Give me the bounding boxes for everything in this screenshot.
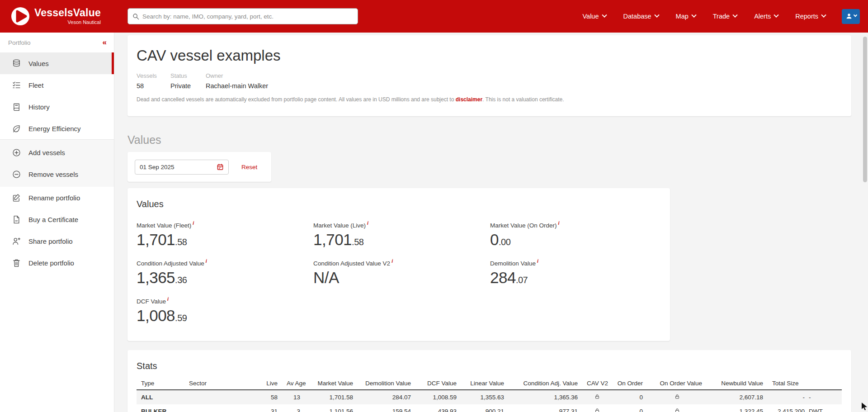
trash-icon xyxy=(12,258,21,268)
valuation-date-input[interactable] xyxy=(140,164,203,170)
main-content: CAV vessel examples Vessels 58 Status Pr… xyxy=(127,33,851,412)
meta-vessels: Vessels 58 xyxy=(137,72,170,90)
metric-market-value-on-order: Market Value (On Order)i 0.00 xyxy=(490,220,667,251)
lock-icon xyxy=(675,408,680,412)
meta-status: Status Private xyxy=(170,72,206,90)
info-icon[interactable]: i xyxy=(558,220,560,226)
portfolio-header-card: CAV vessel examples Vessels 58 Status Pr… xyxy=(127,35,851,116)
sidebar-item-label: Rename portfolio xyxy=(28,194,80,202)
stats-table: Type Sector Live Av Age Market Value Dem… xyxy=(137,377,842,412)
sidebar-title: Portfolio xyxy=(8,39,31,46)
chevron-down-icon xyxy=(821,13,826,18)
edit-icon xyxy=(12,193,21,203)
certificate-icon xyxy=(12,215,21,224)
sidebar-item-delete-portfolio[interactable]: Delete portfolio xyxy=(0,252,114,274)
sidebar-item-label: Share portfolio xyxy=(28,237,73,245)
minus-circle-icon xyxy=(12,170,21,179)
person-plus-icon xyxy=(12,237,21,246)
sidebar-item-history[interactable]: History xyxy=(0,96,114,118)
disclaimer-link[interactable]: disclaimer xyxy=(456,96,482,103)
metric-market-value-fleet: Market Value (Fleet)i 1,701.58 xyxy=(137,220,313,251)
values-filter-card: Reset xyxy=(127,152,271,182)
sidebar-item-add-vessels[interactable]: Add vessels xyxy=(0,142,114,163)
reset-button[interactable]: Reset xyxy=(241,164,257,170)
global-search xyxy=(127,8,358,24)
page-scrollbar-thumb[interactable] xyxy=(863,37,867,182)
collapse-sidebar-icon[interactable]: « xyxy=(103,38,107,47)
page-title: CAV vessel examples xyxy=(137,46,842,65)
values-summary-card: Values Market Value (Fleet)i 1,701.58 Ma… xyxy=(127,188,670,341)
metric-demolition-value: Demolition Valuei 284.07 xyxy=(490,258,667,289)
leaf-icon xyxy=(12,124,21,133)
chevron-down-icon xyxy=(602,13,607,18)
sidebar-item-label: Energy Efficiency xyxy=(28,125,81,133)
sidebar-item-label: Buy a Certificate xyxy=(28,216,78,223)
info-icon[interactable]: i xyxy=(537,258,538,264)
chevron-down-icon xyxy=(774,13,779,18)
table-row-all[interactable]: ALL 58 13 1,701.58 284.07 1,008.59 1,355… xyxy=(137,390,842,404)
info-icon[interactable]: i xyxy=(193,220,194,226)
checklist-icon xyxy=(12,81,21,90)
info-icon[interactable]: i xyxy=(367,220,368,226)
chevron-down-icon xyxy=(654,13,659,18)
chevron-down-icon xyxy=(732,13,737,18)
valuation-date-field[interactable] xyxy=(135,160,229,175)
disclaimer-text: Dead and cancelled vessels are automatic… xyxy=(137,96,842,103)
metric-dcf-value: DCF Valuei 1,008.59 xyxy=(137,296,313,327)
stats-heading: Stats xyxy=(137,361,842,371)
lock-icon xyxy=(594,408,600,412)
sidebar-item-buy-certificate[interactable]: Buy a Certificate xyxy=(0,208,114,230)
stats-header-row: Type Sector Live Av Age Market Value Dem… xyxy=(137,377,842,390)
values-card-heading: Values xyxy=(137,199,661,209)
person-icon xyxy=(845,13,853,20)
search-icon xyxy=(132,13,139,20)
nav-value[interactable]: Value xyxy=(582,13,606,20)
lock-icon xyxy=(594,394,600,401)
sidebar-item-label: Fleet xyxy=(28,81,43,89)
sidebar-item-energy-efficiency[interactable]: Energy Efficiency xyxy=(0,118,114,139)
mouse-cursor xyxy=(861,403,868,412)
coins-icon xyxy=(12,59,21,68)
table-row-bulker[interactable]: BULKER 31 3 1,101.56 159.54 439.93 900.2… xyxy=(137,404,842,412)
sidebar-item-label: Values xyxy=(28,60,49,67)
portfolio-sidebar: Portfolio « Values Fleet History Energy … xyxy=(0,33,114,412)
calendar-icon[interactable] xyxy=(217,163,224,170)
sidebar-item-label: Add vessels xyxy=(28,149,65,156)
metric-condition-adjusted-value: Condition Adjusted Valuei 1,365.36 xyxy=(137,258,313,289)
plus-circle-icon xyxy=(12,148,21,157)
user-menu-button[interactable] xyxy=(842,9,860,24)
sidebar-item-share-portfolio[interactable]: Share portfolio xyxy=(0,230,114,252)
nav-map[interactable]: Map xyxy=(676,13,696,20)
sidebar-item-fleet[interactable]: Fleet xyxy=(0,74,114,96)
info-icon[interactable]: i xyxy=(206,258,207,264)
nav-trade[interactable]: Trade xyxy=(713,13,737,20)
chevron-down-icon xyxy=(691,13,696,18)
brand-subtitle: Veson Nautical xyxy=(34,20,101,25)
info-icon[interactable]: i xyxy=(392,258,393,264)
nav-database[interactable]: Database xyxy=(623,13,659,20)
book-icon xyxy=(12,102,21,112)
brand-name: VesselsValue xyxy=(34,8,101,18)
meta-owner: Owner Rachael-main Walker xyxy=(206,72,268,90)
main-menu: Value Database Map Trade Alerts Reports xyxy=(582,13,826,20)
sidebar-item-label: History xyxy=(28,103,50,111)
nav-reports[interactable]: Reports xyxy=(795,13,826,20)
sidebar-item-rename-portfolio[interactable]: Rename portfolio xyxy=(0,187,114,208)
metric-market-value-live: Market Value (Live)i 1,701.58 xyxy=(313,220,490,251)
sidebar-item-values[interactable]: Values xyxy=(0,52,114,74)
sidebar-item-remove-vessels[interactable]: Remove vessels xyxy=(0,163,114,185)
metric-condition-adjusted-value-v2: Condition Adjusted Value V2i N/A xyxy=(313,258,490,289)
sidebar-item-label: Remove vessels xyxy=(28,170,78,178)
vesselsvalue-logo-icon xyxy=(11,7,30,26)
lock-icon xyxy=(675,394,680,401)
info-icon[interactable]: i xyxy=(167,296,169,302)
nav-alerts[interactable]: Alerts xyxy=(754,13,778,20)
sidebar-item-label: Delete portfolio xyxy=(28,259,74,267)
brand-logo[interactable]: VesselsValue Veson Nautical xyxy=(0,7,113,26)
stats-card: Stats Type Sector Live Av Age Market Val… xyxy=(127,350,851,412)
chevron-down-icon xyxy=(853,13,857,17)
values-section-heading: Values xyxy=(127,133,851,147)
search-input[interactable] xyxy=(142,13,353,20)
top-navbar: VesselsValue Veson Nautical Value Databa… xyxy=(0,0,868,33)
